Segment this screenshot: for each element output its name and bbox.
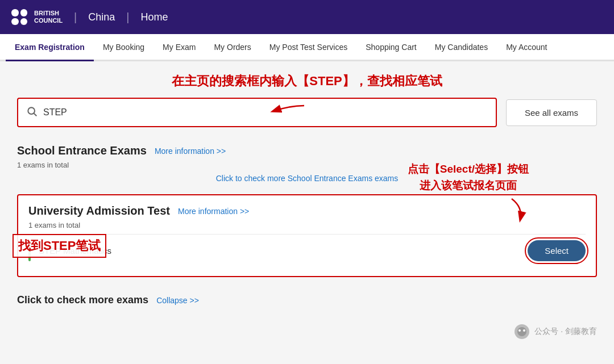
nav-item-exam-registration[interactable]: Exam Registration: [6, 34, 94, 61]
school-section-title: School Entrance Exams: [17, 144, 147, 157]
svg-point-0: [28, 107, 35, 114]
right-annotation: 点击【Select/选择】按钮 进入该笔试报名页面: [408, 161, 529, 229]
nav-item-my-orders[interactable]: My Orders: [205, 34, 260, 61]
nav-item-my-account[interactable]: My Account: [497, 34, 556, 61]
search-box: [17, 98, 497, 127]
collapse-link[interactable]: Collapse >>: [156, 296, 199, 305]
school-section-header: School Entrance Exams More information >…: [17, 144, 597, 157]
top-header: BRITISH COUNCIL | China | Home: [0, 0, 614, 34]
nav-bar: Exam Registration My Booking My Exam My …: [0, 34, 614, 61]
main-content: 在主页的搜索框内输入【STEP】，查找相应笔试 See: [0, 61, 614, 345]
logo-dot-2: [20, 9, 28, 16]
svg-point-5: [523, 329, 525, 332]
bottom-section: Click to check more exams Collapse >>: [17, 294, 597, 306]
svg-point-3: [517, 327, 526, 336]
logo-text: BRITISH COUNCIL: [34, 10, 63, 24]
logo-dot-4: [20, 18, 28, 26]
search-icon: [26, 106, 38, 120]
header-country: China: [88, 11, 115, 23]
search-area: See all exams: [17, 98, 597, 127]
school-more-info-link[interactable]: More information >>: [155, 147, 226, 156]
exam-name: STEP Mathematics: [39, 246, 528, 256]
nav-item-my-candidates[interactable]: My Candidates: [426, 34, 497, 61]
logo-area: BRITISH COUNCIL: [11, 9, 63, 25]
nav-item-my-booking[interactable]: My Booking: [94, 34, 154, 61]
svg-point-4: [518, 329, 521, 332]
nav-item-my-exam[interactable]: My Exam: [154, 34, 205, 61]
header-divider: |: [74, 11, 77, 24]
svg-line-1: [34, 113, 37, 116]
logo-grid: [11, 9, 27, 25]
exam-row: STEP Mathematics Select: [28, 234, 586, 267]
search-input[interactable]: [43, 107, 488, 118]
click-check-more-text: Click to check more exams: [17, 294, 148, 306]
nav-item-shopping-cart[interactable]: Shopping Cart: [356, 34, 426, 61]
nav-item-my-post-test[interactable]: My Post Test Services: [260, 34, 356, 61]
university-section-title: University Admission Test: [28, 204, 170, 217]
select-button[interactable]: Select: [528, 240, 586, 261]
annotation-top: 在主页的搜索框内输入【STEP】，查找相应笔试: [17, 73, 597, 90]
header-home: Home: [141, 11, 168, 23]
university-more-info-link[interactable]: More information >>: [178, 207, 249, 216]
see-all-button[interactable]: See all exams: [506, 99, 597, 126]
logo-dot-1: [11, 9, 19, 16]
university-section-wrapper: 找到STEP笔试 点击【Select/选择】按钮 进入该笔试报名页面 Unive: [17, 194, 597, 277]
header-divider-2: |: [126, 11, 129, 24]
watermark-icon: [514, 324, 530, 340]
left-annotation: 找到STEP笔试: [13, 234, 106, 258]
watermark: 公众号 · 剑藤教育: [514, 324, 597, 340]
logo-dot-3: [11, 18, 19, 26]
